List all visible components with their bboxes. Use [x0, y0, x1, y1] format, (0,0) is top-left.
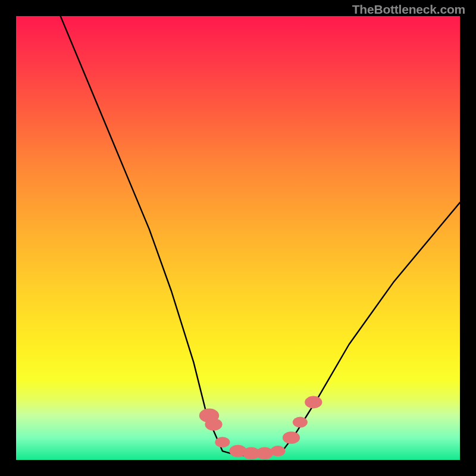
data-marker	[305, 396, 322, 409]
data-marker	[283, 431, 300, 444]
chart-frame: TheBottleneck.com	[0, 0, 476, 476]
chart-svg	[16, 16, 460, 460]
chart-plot-area	[16, 16, 460, 460]
data-marker	[256, 447, 273, 459]
data-marker	[293, 417, 308, 428]
curve-path	[61, 16, 460, 456]
bottleneck-curve	[61, 16, 460, 456]
data-marker	[271, 446, 286, 456]
watermark-text: TheBottleneck.com	[352, 2, 465, 17]
marker-group	[199, 396, 322, 460]
data-marker	[215, 437, 230, 447]
data-marker	[205, 418, 222, 431]
